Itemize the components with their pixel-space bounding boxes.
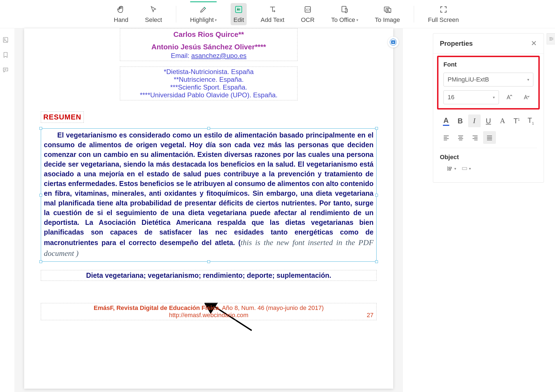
chevron-down-icon: ▾: [356, 18, 358, 22]
selected-textbox[interactable]: El vegetarianismo es considerado como un…: [41, 128, 377, 262]
select-tool[interactable]: Select: [142, 3, 165, 25]
distribute-objects-button[interactable]: ▾: [461, 165, 471, 172]
add-text-tool[interactable]: Add Text: [258, 3, 287, 25]
resize-handle[interactable]: [375, 194, 378, 197]
fullscreen-icon: [439, 5, 448, 14]
affil-4: ****Universidad Pablo Olavide (UPO). Esp…: [122, 91, 295, 99]
footer-box[interactable]: EmásF, Revista Digital de Educación Físi…: [41, 303, 377, 320]
ocr-badge[interactable]: W: [388, 37, 399, 48]
author-name-1: Carlos Rios Quirce**: [122, 30, 295, 39]
author-name-2: Antonio Jesús Sánchez Oliver****: [122, 43, 295, 51]
affiliation-block[interactable]: *Dietista-Nutricionista. España **Nutris…: [120, 67, 297, 100]
svg-rect-13: [462, 167, 467, 170]
resize-handle[interactable]: [375, 127, 378, 130]
toolbar-separator: [414, 6, 414, 22]
font-family-select[interactable]: PMingLiU-ExtB ▾: [443, 73, 533, 86]
align-left-button[interactable]: [440, 131, 453, 144]
left-sidebar: [0, 28, 11, 392]
ocr-icon: OCR: [303, 5, 312, 14]
to-image-label: To Image: [375, 16, 400, 24]
hand-icon: [116, 5, 126, 14]
font-section-highlight: Font PMingLiU-ExtB ▾ 16 ▾: [437, 56, 540, 110]
svg-rect-0: [236, 6, 242, 12]
to-image-tool[interactable]: To Image: [372, 3, 403, 25]
add-text-label: Add Text: [261, 16, 284, 24]
pdf-page: W Carlos Rios Quirce** Antonio Jesús Sán…: [24, 28, 393, 389]
resize-handle[interactable]: [39, 260, 42, 263]
resize-handle[interactable]: [39, 127, 42, 130]
font-style-button[interactable]: A: [496, 114, 509, 127]
full-screen-tool[interactable]: Full Screen: [425, 3, 461, 25]
underline-button[interactable]: U: [482, 114, 495, 127]
to-image-icon: [383, 5, 392, 14]
font-color-button[interactable]: A: [440, 114, 452, 127]
select-label: Select: [145, 16, 162, 24]
right-panel-toggle[interactable]: [547, 33, 555, 44]
svg-text:OCR: OCR: [305, 8, 311, 11]
cursor-icon: [149, 5, 158, 14]
add-text-icon: [268, 5, 277, 14]
panel-header: Properties ✕: [433, 34, 544, 53]
edit-label: Edit: [233, 16, 244, 24]
bookmark-icon[interactable]: [2, 52, 9, 58]
alignment-row: [433, 131, 544, 144]
body-paragraph[interactable]: El vegetarianismo es considerado como un…: [44, 130, 374, 259]
superscript-button[interactable]: T1: [510, 114, 523, 127]
properties-panel: Properties ✕ Font PMingLiU-ExtB ▾ 16 ▾ A…: [433, 33, 544, 183]
edit-tool[interactable]: Edit: [231, 3, 247, 25]
chevron-down-icon: ▾: [454, 166, 456, 171]
resize-handle[interactable]: [39, 194, 42, 197]
align-objects-button[interactable]: ▾: [446, 165, 456, 172]
footer-url: http://emasf.webcindario.com: [169, 312, 248, 319]
text-format-row: A B I U A T1 T1: [433, 114, 544, 127]
hand-tool[interactable]: Hand: [111, 3, 131, 25]
to-office-tool[interactable]: To Office ▾: [328, 3, 361, 25]
chevron-down-icon: ▾: [469, 166, 471, 171]
top-toolbar: Hand Select Highlight ▾ Edit Add Text OC…: [0, 0, 555, 28]
author-block[interactable]: Carlos Rios Quirce** Antonio Jesús Sánch…: [120, 28, 297, 61]
align-center-button[interactable]: [454, 131, 467, 144]
subscript-button[interactable]: T1: [524, 114, 537, 127]
chevron-down-icon: ▾: [527, 77, 529, 82]
svg-point-8: [4, 39, 5, 40]
thumbnails-icon[interactable]: [2, 37, 9, 43]
increase-font-button[interactable]: [503, 90, 516, 104]
full-screen-label: Full Screen: [428, 16, 459, 24]
chevron-down-icon: ▾: [215, 18, 217, 22]
resize-handle[interactable]: [207, 260, 210, 263]
to-office-icon: [340, 5, 349, 14]
affil-3: ***Scienfic Sport. España.: [122, 83, 295, 91]
ocr-label: OCR: [301, 16, 315, 24]
align-right-button[interactable]: [469, 131, 481, 144]
highlighter-icon: [199, 5, 208, 14]
align-justify-button[interactable]: [483, 131, 496, 144]
resize-handle[interactable]: [207, 127, 210, 130]
highlight-tool[interactable]: Highlight ▾: [187, 3, 220, 25]
ocr-tool[interactable]: OCR OCR: [298, 3, 317, 25]
close-icon[interactable]: ✕: [531, 39, 537, 48]
chevron-down-icon: ▾: [493, 95, 495, 100]
to-office-label: To Office ▾: [331, 16, 358, 24]
affil-1: *Dietista-Nutricionista. España: [122, 68, 295, 76]
toolbar-separator: [176, 6, 176, 22]
hand-label: Hand: [114, 16, 128, 24]
resumen-heading[interactable]: RESUMEN: [41, 111, 84, 123]
bold-button[interactable]: B: [454, 114, 466, 127]
page-number: 27: [367, 312, 374, 319]
object-section: Object ▾ ▾: [433, 151, 544, 182]
keywords-box[interactable]: Dieta vegetariana; vegetarianismo; rendi…: [41, 270, 377, 281]
highlight-label: Highlight ▾: [190, 16, 217, 24]
affil-2: **Nutriscience. España.: [122, 76, 295, 83]
email-link[interactable]: asanchez@upo.es: [191, 52, 246, 59]
font-size-select[interactable]: 16 ▾: [443, 90, 499, 104]
comment-icon[interactable]: [2, 67, 9, 73]
svg-text:W: W: [392, 41, 394, 44]
footer-citation: EmásF, Revista Digital de Educación Físi…: [94, 304, 324, 312]
object-section-title: Object: [440, 154, 537, 161]
panel-title: Properties: [440, 40, 473, 47]
document-viewport[interactable]: W Carlos Rios Quirce** Antonio Jesús Sán…: [14, 28, 403, 392]
decrease-font-button[interactable]: [520, 90, 533, 104]
email-line: Email: asanchez@upo.es: [122, 52, 295, 60]
resize-handle[interactable]: [375, 260, 378, 263]
italic-button[interactable]: I: [468, 114, 481, 127]
